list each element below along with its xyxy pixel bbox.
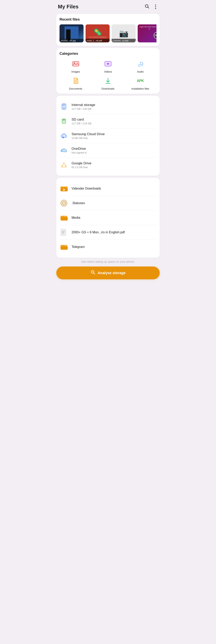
storage-internal[interactable]: Internal storage 117 GB / 128 GB (59, 99, 157, 114)
folder-pdf[interactable]: 2000+ GS + 6 Mon...irs in English.pdf (59, 225, 157, 240)
googledrive-sub: 55.13 GB free (71, 166, 157, 169)
folder-list: Videoder Downloads .Statuses Media (59, 181, 157, 254)
recent-file-1[interactable]: 202002...00.jpg (59, 24, 83, 42)
categories-grid: Images Videos Audio (59, 58, 157, 90)
media-icon (59, 213, 68, 222)
apk-icon: APK (135, 76, 146, 86)
storage-card: Internal storage 117 GB / 128 GB SD card… (56, 96, 160, 176)
svg-point-46 (92, 271, 93, 273)
svg-rect-34 (60, 217, 68, 220)
svg-rect-19 (63, 105, 64, 106)
recent-files-row: 202002...00.jpg 🦠 The Pandemic Notebook … (59, 24, 157, 42)
analyse-hint: See what's taking up space on your phone… (56, 260, 160, 263)
googledrive-icon (59, 160, 68, 169)
svg-line-1 (148, 7, 149, 8)
page-title: My Files (58, 4, 78, 10)
analyse-section: See what's taking up space on your phone… (56, 260, 160, 279)
svg-point-7 (141, 64, 143, 66)
svg-rect-17 (63, 104, 63, 106)
svg-rect-35 (60, 216, 64, 217)
recent-files-title: Recent files (59, 18, 157, 22)
recent-file-4[interactable]: क कुंवारा मंदिर में भगवान प्रार्थना कर र… (138, 24, 157, 42)
category-downloads[interactable]: Downloads (92, 76, 124, 90)
svg-point-6 (138, 64, 140, 66)
storage-list: Internal storage 117 GB / 128 GB SD card… (59, 99, 157, 172)
category-apk[interactable]: APK Installation files (124, 76, 157, 90)
svg-rect-24 (64, 119, 65, 120)
sdcard-sub: 117 GB / 119 GB (71, 122, 157, 125)
media-label: Media (71, 216, 157, 220)
internal-storage-sub: 117 GB / 128 GB (71, 107, 157, 110)
search-icon[interactable] (145, 4, 149, 10)
statuses-icon (59, 199, 68, 208)
category-documents[interactable]: Documents (59, 76, 92, 90)
sdcard-icon (59, 117, 68, 126)
internal-storage-name: Internal storage (71, 103, 157, 107)
googledrive-name: Google Drive (71, 161, 157, 165)
onedrive-info: OneDrive Not signed in (71, 147, 157, 154)
videoder-icon (59, 184, 68, 193)
folder-telegram[interactable]: Telegram (59, 240, 157, 254)
recent-file-3-label: Camera...xy.apk (112, 39, 136, 42)
svg-line-45 (94, 273, 95, 274)
samsung-cloud-info: Samsung Cloud Drive 13.86 GB free (71, 132, 157, 140)
folder-media[interactable]: Media (59, 210, 157, 225)
googledrive-info: Google Drive 55.13 GB free (71, 161, 157, 169)
analyse-button-label: Analyse storage (97, 271, 126, 275)
recent-file-2[interactable]: 🦠 The Pandemic Notebook covid_1...ok.pdf (85, 24, 110, 42)
storage-sdcard[interactable]: SD card 117 GB / 119 GB (59, 114, 157, 128)
header-actions: ⋮ (145, 4, 158, 10)
pdf-label: 2000+ GS + 6 Mon...irs in English.pdf (71, 230, 157, 234)
pdf-icon (59, 228, 68, 237)
category-images[interactable]: Images (59, 58, 92, 73)
telegram-icon (59, 242, 68, 251)
folder-statuses[interactable]: .Statuses (59, 196, 157, 210)
recent-file-4-badge: 298+ (154, 34, 157, 37)
videos-icon (103, 58, 113, 69)
header: My Files ⋮ (54, 0, 162, 12)
images-label: Images (71, 70, 80, 73)
recent-file-2-label: covid_1...ok.pdf (85, 39, 110, 42)
images-icon (70, 58, 81, 69)
sdcard-name: SD card (71, 118, 157, 122)
internal-storage-icon (59, 102, 68, 111)
statuses-label: .Statuses (71, 201, 157, 205)
storage-googledrive[interactable]: Google Drive 55.13 GB free (59, 158, 157, 172)
svg-rect-43 (60, 245, 64, 246)
folders-card: Videoder Downloads .Statuses Media (56, 178, 160, 258)
apk-label: Installation files (132, 87, 149, 90)
downloads-icon (103, 76, 113, 86)
recent-file-3[interactable]: 📷 Camera...xy.apk (112, 24, 136, 42)
audio-icon (135, 58, 146, 69)
folder-videoder[interactable]: Videoder Downloads (59, 181, 157, 196)
onedrive-icon (59, 146, 68, 155)
analyse-storage-button[interactable]: Analyse storage (56, 266, 160, 279)
videoder-label: Videoder Downloads (71, 187, 157, 190)
svg-marker-26 (63, 162, 65, 164)
internal-storage-info: Internal storage 117 GB / 128 GB (71, 103, 157, 110)
svg-rect-42 (60, 246, 68, 250)
recent-file-1-label: 202002...00.jpg (59, 39, 83, 42)
category-videos[interactable]: Videos (92, 58, 124, 73)
categories-title: Categories (59, 52, 157, 56)
svg-rect-36 (61, 229, 66, 236)
downloads-label: Downloads (101, 87, 115, 90)
samsung-cloud-sub: 13.86 GB free (71, 136, 157, 140)
category-audio[interactable]: Audio (124, 58, 157, 73)
svg-line-9 (140, 62, 143, 63)
onedrive-sub: Not signed in (71, 151, 157, 154)
videos-label: Videos (104, 70, 112, 73)
onedrive-name: OneDrive (71, 147, 157, 151)
categories-card: Categories Images Videos (56, 48, 160, 94)
storage-onedrive[interactable]: OneDrive Not signed in (59, 143, 157, 158)
storage-samsung-cloud[interactable]: Samsung Cloud Drive 13.86 GB free (59, 128, 157, 143)
sdcard-info: SD card 117 GB / 119 GB (71, 118, 157, 125)
more-options-icon[interactable]: ⋮ (153, 4, 158, 10)
recent-files-card: Recent files 202002...00.jpg 🦠 The Pande… (56, 14, 160, 46)
documents-icon (70, 76, 81, 86)
audio-label: Audio (137, 70, 144, 73)
svg-rect-18 (63, 104, 65, 105)
svg-rect-22 (63, 119, 63, 120)
samsung-cloud-icon (59, 131, 68, 140)
analyse-icon (90, 270, 95, 276)
